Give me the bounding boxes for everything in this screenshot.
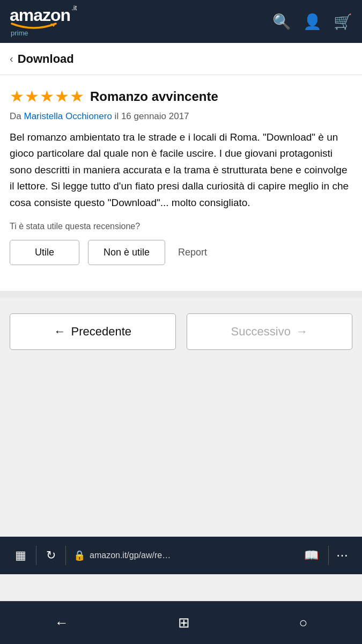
bottom-nav: ← ⊞ ○	[0, 601, 362, 644]
review-body: Bel romanzo ambientato tra le strade e i…	[10, 129, 352, 211]
browser-more-icon[interactable]: ⋯	[331, 548, 354, 562]
next-arrow-icon: →	[296, 325, 308, 339]
author-link[interactable]: Maristella Occhionero	[24, 111, 112, 121]
bottom-spacer	[0, 377, 362, 489]
logo-text: amazon	[10, 6, 70, 24]
non-utile-button[interactable]: Non è utile	[88, 240, 165, 265]
browser-copy-icon[interactable]: ▦	[8, 548, 34, 562]
feedback-buttons: Utile Non è utile Report	[10, 240, 352, 265]
browser-divider-3	[328, 546, 329, 565]
next-button[interactable]: Successivo →	[187, 313, 353, 350]
main-content: ★★★★★ Romanzo avvincente Da Maristella O…	[0, 75, 362, 291]
browser-divider-2	[65, 546, 66, 565]
back-arrow-icon: ‹	[10, 53, 13, 65]
prev-label: Precedente	[71, 325, 131, 339]
star-rating: ★★★★★	[10, 87, 85, 106]
prev-button[interactable]: ← Precedente	[10, 313, 176, 350]
review-title: Romanzo avvincente	[90, 89, 218, 104]
account-icon[interactable]: 👤	[303, 13, 322, 31]
browser-url-text[interactable]: amazon.it/gp/aw/re…	[90, 551, 291, 560]
prev-arrow-icon: ←	[54, 325, 65, 339]
back-label: Download	[18, 52, 74, 66]
next-label: Successivo	[231, 325, 291, 339]
nav-back-button[interactable]: ←	[44, 609, 79, 636]
report-button[interactable]: Report	[174, 240, 211, 265]
review-date: il 16 gennaio 2017	[115, 111, 189, 121]
pagination-section: ← Precedente Successivo →	[0, 297, 362, 377]
browser-reading-icon[interactable]: 📖	[297, 548, 326, 562]
browser-url-area: 🔒 amazon.it/gp/aw/re…	[68, 550, 297, 561]
header-icons: 🔍 👤 🛒	[272, 13, 352, 31]
helpful-question: Ti è stata utile questa recensione?	[10, 222, 352, 231]
amazon-logo: amazon .it prime	[10, 6, 76, 37]
logo-it: .it	[71, 4, 77, 11]
browser-divider-1	[36, 546, 36, 565]
browser-reload-icon[interactable]: ↻	[39, 548, 63, 562]
nav-bar: ‹ Download	[0, 43, 362, 75]
section-separator	[0, 291, 362, 297]
browser-bar: ▦ ↻ 🔒 amazon.it/gp/aw/re… 📖 ⋯	[0, 537, 362, 574]
search-icon[interactable]: 🔍	[272, 13, 291, 31]
utile-button[interactable]: Utile	[10, 240, 79, 265]
app-header: amazon .it prime 🔍 👤 🛒	[0, 0, 362, 43]
nav-home-button[interactable]: ⊞	[167, 609, 201, 636]
prime-label: prime	[11, 29, 28, 37]
browser-lock-icon: 🔒	[73, 550, 85, 561]
back-button[interactable]: ‹ Download	[10, 52, 74, 66]
cart-icon[interactable]: 🛒	[334, 13, 352, 31]
nav-search-button[interactable]: ○	[288, 609, 318, 636]
author-prefix: Da	[10, 111, 21, 121]
review-header: ★★★★★ Romanzo avvincente	[10, 87, 352, 106]
author-line: Da Maristella Occhionero il 16 gennaio 2…	[10, 111, 352, 122]
